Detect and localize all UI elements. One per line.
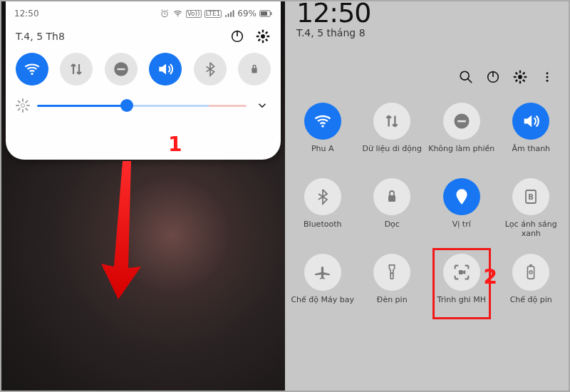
vo-icon: Vo)) (186, 10, 202, 18)
svg-rect-19 (252, 68, 256, 73)
qs-tile-label: Âm thanh (510, 144, 551, 163)
plane-icon (304, 254, 341, 291)
svg-point-47 (529, 271, 532, 274)
svg-point-20 (460, 71, 469, 80)
wifi-icon (172, 9, 183, 19)
svg-line-29 (516, 73, 518, 75)
batt-icon (512, 254, 549, 291)
qs-tile-label: Không làm phiền (427, 144, 496, 163)
gear-icon[interactable] (255, 29, 271, 44)
quick-settings-grid: Phu ADữ liệu di độngKhông làm phiềnÂm th… (285, 100, 569, 316)
svg-rect-38 (457, 120, 466, 123)
shade-date: T.4, 5 Th8 (16, 31, 65, 42)
left-screenshot: 12:50 Vo)) LTE1 69% T.4, 5 Th8 (1, 1, 285, 391)
qs-tile-lock[interactable]: Dọc (358, 175, 428, 241)
qs-tile-torch[interactable]: Đèn pin (358, 251, 428, 316)
qs-sound[interactable] (149, 53, 182, 86)
svg-point-40 (460, 192, 464, 197)
qs-tile-label: Bluetooth (302, 220, 343, 238)
svg-line-15 (266, 32, 268, 34)
sound-icon (512, 103, 549, 140)
qs-tile-filter[interactable]: BLọc ánh sáng xanh (497, 175, 566, 241)
qs-tile-label: Đèn pin (375, 295, 409, 314)
search-icon[interactable] (457, 68, 475, 86)
qs-tile-label: Lọc ánh sáng xanh (497, 220, 566, 238)
wifi-icon (304, 103, 341, 140)
qs-tile-batt[interactable]: Chế độ pin (497, 251, 566, 316)
svg-line-12 (259, 32, 261, 34)
shade-header: T.4, 5 Th8 (6, 23, 281, 53)
qs-tile-dnd[interactable]: Không làm phiền (427, 100, 497, 165)
filter-icon: B (512, 178, 549, 215)
brightness-icon (16, 98, 30, 113)
qs-tile-label: Dọc (383, 220, 401, 238)
lock-icon (373, 178, 410, 215)
gear-icon[interactable] (512, 68, 529, 86)
qs-tile-wifi[interactable]: Phu A (288, 100, 358, 165)
battery-icon (259, 9, 272, 18)
qs-tile-plane[interactable]: Chế độ Máy bay (288, 251, 358, 316)
qs-dnd[interactable] (105, 53, 138, 86)
svg-point-35 (546, 80, 549, 82)
tutorial-composite: 12:50 Vo)) LTE1 69% T.4, 5 Th8 (0, 0, 570, 392)
svg-rect-46 (529, 264, 532, 267)
power-icon[interactable] (229, 29, 245, 44)
right-screenshot: 12:50 T.4, 5 tháng 8 Phu ADữ liệu di độn… (285, 1, 569, 391)
qs-tile-label: Phu A (310, 144, 336, 163)
brightness-row (6, 86, 281, 114)
quick-settings-row (6, 53, 281, 86)
svg-rect-3 (271, 12, 271, 15)
torch-icon (373, 254, 410, 291)
brightness-slider[interactable] (37, 105, 247, 107)
svg-rect-18 (117, 68, 125, 70)
status-bar: 12:50 Vo)) LTE1 69% (6, 1, 281, 23)
lte-indicator: LTE1 (204, 10, 222, 18)
svg-line-14 (259, 39, 261, 41)
svg-point-34 (546, 76, 549, 78)
qs-tile-data[interactable]: Dữ liệu di động (358, 100, 428, 165)
svg-line-21 (468, 79, 472, 83)
qs-wifi[interactable] (16, 53, 48, 86)
brightness-thumb[interactable] (120, 99, 133, 112)
svg-line-32 (523, 73, 525, 75)
loc-icon (443, 178, 480, 215)
svg-rect-39 (388, 195, 395, 202)
qs-rotation-lock[interactable] (238, 53, 271, 86)
status-indicators: Vo)) LTE1 69% (160, 9, 272, 19)
data-icon (373, 103, 410, 140)
svg-line-30 (523, 80, 525, 82)
power-icon[interactable] (484, 68, 502, 86)
qs-tile-label: Chế độ Máy bay (289, 295, 356, 314)
svg-point-7 (261, 34, 265, 38)
notification-shade-compact[interactable]: 12:50 Vo)) LTE1 69% T.4, 5 Th8 (6, 1, 281, 160)
dnd-icon (443, 103, 480, 140)
qs-mobile-data[interactable] (60, 53, 93, 86)
svg-point-33 (546, 72, 549, 74)
qs-tile-label: Chế độ pin (509, 295, 554, 314)
expanded-time: 12:50 (285, 1, 569, 24)
expand-shade-button[interactable] (254, 97, 271, 114)
bt-icon (304, 178, 341, 215)
annotation-arrow (95, 161, 147, 299)
svg-rect-4 (261, 11, 267, 16)
qs-tile-sound[interactable]: Âm thanh (497, 100, 566, 165)
qs-bluetooth[interactable] (194, 53, 227, 86)
svg-point-24 (518, 75, 522, 79)
svg-point-1 (177, 16, 177, 16)
expanded-header-icons (285, 38, 569, 100)
more-icon[interactable] (539, 68, 556, 86)
svg-rect-45 (528, 267, 534, 279)
signal-icon (224, 9, 234, 18)
annotation-step-2: 2 (484, 265, 497, 289)
highlight-box (432, 248, 491, 319)
battery-text: 69% (237, 9, 256, 19)
annotation-step-1: 1 (168, 133, 182, 156)
svg-text:B: B (528, 193, 534, 201)
qs-tile-loc[interactable]: Vị trí (427, 175, 497, 241)
expanded-date: T.4, 5 tháng 8 (285, 24, 569, 38)
status-time: 12:50 (14, 9, 39, 19)
svg-point-16 (31, 73, 33, 75)
qs-tile-label: Vị trí (451, 220, 472, 238)
svg-line-13 (266, 39, 268, 41)
qs-tile-bt[interactable]: Bluetooth (288, 175, 358, 241)
